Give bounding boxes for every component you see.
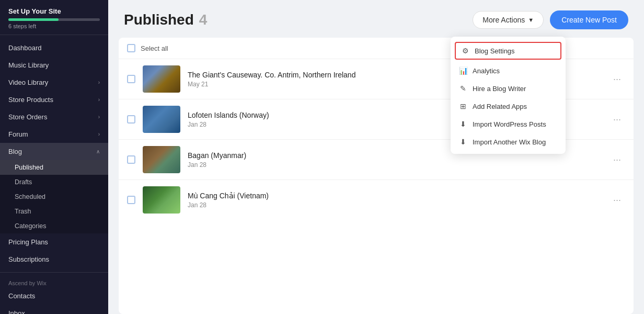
ascend-section: Ascend by Wix Contacts Inbox CRM Tools ›: [0, 272, 108, 314]
post-thumbnail: [143, 186, 180, 214]
chevron-right-icon: ›: [98, 114, 100, 120]
progress-bar-fill: [8, 18, 59, 21]
download-icon: ⬇: [459, 138, 467, 146]
sidebar-item-label: Dashboard: [8, 44, 42, 52]
dropdown-item-analytics[interactable]: 📊 Analytics: [451, 62, 566, 80]
page-header: Published 4 More Actions ▼ Create New Po…: [108, 0, 644, 38]
post-checkbox[interactable]: [127, 196, 135, 204]
chevron-up-icon: ∧: [96, 149, 100, 154]
sidebar-item-label: Store Orders: [8, 113, 47, 121]
sidebar-item-contacts[interactable]: Contacts: [0, 287, 108, 305]
sidebar-item-subscriptions[interactable]: Subscriptions: [0, 251, 108, 268]
sidebar-item-categories[interactable]: Categories: [0, 219, 108, 233]
sidebar: Set Up Your Site 6 steps left Dashboard …: [0, 0, 108, 314]
post-count: 4: [199, 12, 208, 28]
sidebar-item-label: Subscriptions: [8, 255, 49, 263]
create-post-button[interactable]: Create New Post: [550, 10, 628, 29]
ascend-label: Ascend by Wix: [0, 277, 108, 287]
post-checkbox[interactable]: [127, 75, 135, 83]
post-more-button[interactable]: ···: [609, 112, 625, 127]
post-more-button[interactable]: ···: [609, 152, 625, 167]
more-actions-dropdown: ⚙ Blog Settings 📊 Analytics ✎ Hire a Blo…: [451, 37, 566, 154]
site-setup-section: Set Up Your Site 6 steps left: [0, 0, 108, 35]
sidebar-item-store-orders[interactable]: Store Orders ›: [0, 108, 108, 126]
sidebar-item-music-library[interactable]: Music Library: [0, 57, 108, 74]
sidebar-item-label: Inbox: [8, 309, 25, 314]
progress-bar-bg: [8, 18, 100, 21]
dropdown-item-import-wix[interactable]: ⬇ Import Another Wix Blog: [451, 133, 566, 151]
sidebar-item-drafts[interactable]: Drafts: [0, 175, 108, 189]
post-thumbnail: [143, 106, 180, 133]
post-date: Jan 28: [188, 201, 602, 209]
chevron-right-icon: ›: [98, 131, 100, 137]
setup-steps-label: 6 steps left: [8, 23, 100, 29]
post-date: Jan 28: [188, 161, 602, 169]
sidebar-item-dashboard[interactable]: Dashboard: [0, 39, 108, 57]
sidebar-item-label: Store Products: [8, 96, 53, 104]
sidebar-item-label: Forum: [8, 130, 28, 138]
sidebar-item-label: Pricing Plans: [8, 238, 48, 246]
post-title: Mù Cang Chải (Vietnam): [188, 192, 602, 200]
sidebar-item-inbox[interactable]: Inbox: [0, 305, 108, 314]
dropdown-item-import-wordpress[interactable]: ⬇ Import WordPress Posts: [451, 115, 566, 133]
dropdown-item-blog-settings[interactable]: ⚙ Blog Settings: [455, 42, 561, 60]
sidebar-nav: Dashboard Music Library Video Library › …: [0, 35, 108, 272]
header-actions: More Actions ▼ Create New Post ⚙ Blog Se…: [473, 10, 628, 29]
download-icon: ⬇: [459, 120, 467, 128]
table-row: Mù Cang Chải (Vietnam) Jan 28 ···: [119, 180, 634, 220]
main-content: Published 4 More Actions ▼ Create New Po…: [108, 0, 644, 314]
post-checkbox[interactable]: [127, 115, 135, 124]
sidebar-item-label: Music Library: [8, 61, 49, 69]
select-all-checkbox[interactable]: [127, 44, 135, 52]
sidebar-item-store-products[interactable]: Store Products ›: [0, 91, 108, 108]
dropdown-item-hire-writer[interactable]: ✎ Hire a Blog Writer: [451, 80, 566, 97]
sidebar-item-published[interactable]: Published: [0, 160, 108, 175]
post-checkbox[interactable]: [127, 155, 135, 164]
sidebar-item-forum[interactable]: Forum ›: [0, 126, 108, 143]
blog-submenu: Published Drafts Scheduled Trash Categor…: [0, 160, 108, 233]
chevron-right-icon: ›: [98, 80, 100, 85]
sidebar-item-scheduled[interactable]: Scheduled: [0, 189, 108, 204]
chevron-down-icon: ▼: [528, 17, 534, 23]
post-thumbnail: [143, 146, 180, 173]
sidebar-item-blog[interactable]: Blog ∧: [0, 143, 108, 160]
sidebar-item-video-library[interactable]: Video Library ›: [0, 74, 108, 91]
sidebar-item-label: Blog: [8, 148, 22, 155]
sidebar-item-label: Video Library: [8, 78, 48, 86]
gear-icon: ⚙: [461, 47, 469, 55]
select-all-label: Select all: [141, 44, 168, 52]
post-thumbnail: [143, 65, 180, 93]
chevron-right-icon: ›: [98, 97, 100, 103]
edit-icon: ✎: [459, 84, 467, 93]
more-actions-button[interactable]: More Actions ▼: [473, 11, 544, 29]
sidebar-item-pricing-plans[interactable]: Pricing Plans: [0, 233, 108, 251]
post-info: Mù Cang Chải (Vietnam) Jan 28: [188, 192, 602, 209]
dropdown-item-add-related[interactable]: ⊞ Add Related Apps: [451, 97, 566, 115]
page-title: Published 4: [124, 12, 207, 28]
post-more-button[interactable]: ···: [609, 72, 625, 87]
setup-title: Set Up Your Site: [8, 7, 100, 15]
apps-icon: ⊞: [459, 102, 467, 110]
sidebar-item-label: Contacts: [8, 292, 35, 300]
analytics-icon: 📊: [459, 66, 467, 75]
post-more-button[interactable]: ···: [609, 193, 625, 208]
sidebar-item-trash[interactable]: Trash: [0, 204, 108, 219]
